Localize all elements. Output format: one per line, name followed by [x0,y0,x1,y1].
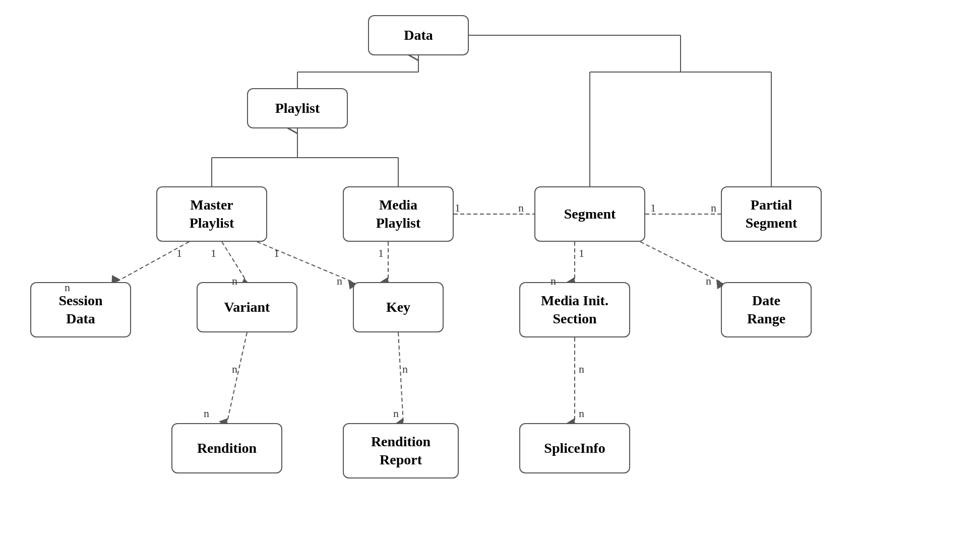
label-var-ren-n1: n [232,363,237,376]
label-mis-si-n1: n [579,363,584,376]
label-key-rr-n1: n [402,363,408,376]
node-media-playlist: Media Playlist [343,186,454,242]
node-media-init-section: Media Init. Section [519,282,630,337]
label-seg-mis-1: 1 [579,247,584,260]
label-mis-si-n2: n [579,407,584,420]
label-mpl-sd-n: n [65,281,70,294]
svg-line-26 [398,332,403,423]
label-mpl-key-1: 1 [274,247,279,260]
node-segment: Segment [534,186,645,242]
label-key-rr-n2: n [393,407,399,420]
label-mp-seg-1: 1 [455,201,460,215]
node-playlist: Playlist [247,88,348,128]
label-mp-seg-n: n [518,201,524,215]
label-seg-ps-1: 1 [650,201,656,215]
connections-svg [0,0,980,549]
node-key: Key [353,282,444,332]
node-partial-segment: Partial Segment [721,186,822,242]
label-key-n1: n [337,274,342,288]
node-date-range: Date Range [721,282,812,337]
label-seg-ps-n: n [711,201,716,215]
label-seg-mis-n: n [550,274,556,288]
node-rendition: Rendition [171,423,282,473]
node-session-data: Session Data [30,282,131,337]
uml-diagram: Data Playlist Master Playlist Media Play… [0,0,980,549]
node-variant: Variant [197,282,297,332]
svg-line-25 [227,332,247,423]
node-master-playlist: Master Playlist [156,186,267,242]
label-var-ren-n2: n [204,407,209,420]
node-rendition-report: Rendition Report [343,423,459,478]
label-mpl-var-n: n [232,274,237,288]
label-seg-dr-n: n [706,274,711,288]
node-data: Data [368,15,469,55]
label-mpl-sd-1: 1 [176,247,182,260]
label-mpl-var-1: 1 [211,247,216,260]
label-mpl2-key-1: 1 [378,247,384,260]
node-splice-info: SpliceInfo [519,423,630,473]
